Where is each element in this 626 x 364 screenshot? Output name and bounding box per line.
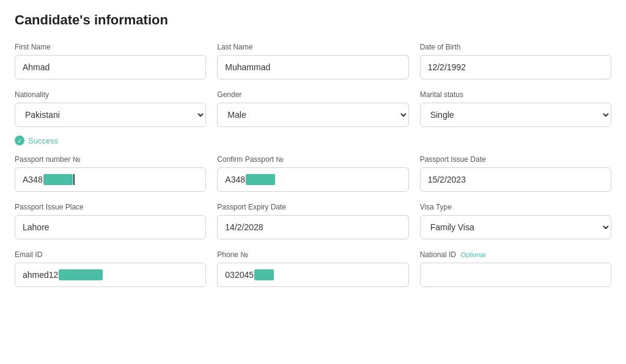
national-id-input[interactable] <box>420 263 611 287</box>
confirm-passport-group: Confirm Passport № A348 <box>217 155 408 192</box>
passport-issue-date-label: Passport Issue Date <box>420 155 611 164</box>
marital-status-group: Marital status Single Married Divorced W… <box>420 90 611 127</box>
confirm-passport-label: Confirm Passport № <box>217 155 408 164</box>
passport-number-label: Passport number № <box>15 155 206 164</box>
gender-label: Gender <box>217 90 408 99</box>
form-row-4: Passport Issue Place Passport Expiry Dat… <box>15 203 611 239</box>
passport-expiry-date-group: Passport Expiry Date <box>217 203 408 239</box>
confirm-passport-input[interactable]: A348 <box>217 167 408 192</box>
form-row-2: Nationality Pakistani Indian British Ame… <box>15 90 611 127</box>
last-name-input[interactable] <box>217 55 408 79</box>
email-label: Email ID <box>15 250 206 259</box>
phone-input[interactable]: 032045 <box>217 263 408 287</box>
passport-number-prefix: A348 <box>23 175 43 184</box>
visa-type-label: Visa Type <box>420 203 611 211</box>
passport-expiry-date-label: Passport Expiry Date <box>217 203 408 211</box>
passport-number-redacted <box>43 174 73 185</box>
marital-status-select[interactable]: Single Married Divorced Widowed <box>420 103 611 127</box>
marital-status-label: Marital status <box>420 90 611 99</box>
phone-prefix: 032045 <box>225 270 254 280</box>
success-icon: ✓ <box>15 136 24 145</box>
passport-number-input[interactable]: A348 <box>15 167 206 192</box>
email-redacted <box>59 269 103 280</box>
confirm-passport-prefix: A348 <box>225 175 245 184</box>
passport-number-group: Passport number № A348 <box>15 155 206 192</box>
national-id-label: National ID Optional <box>420 250 611 259</box>
dob-label: Date of Birth <box>420 43 611 51</box>
visa-type-group: Visa Type Family Visa Work Visa Student … <box>420 203 611 239</box>
passport-issue-place-group: Passport Issue Place <box>15 203 206 239</box>
passport-issue-date-group: Passport Issue Date <box>420 155 611 192</box>
passport-number-cursor <box>73 174 75 185</box>
first-name-group: First Name <box>15 43 206 79</box>
nationality-label: Nationality <box>15 90 206 99</box>
visa-type-select[interactable]: Family Visa Work Visa Student Visa Touri… <box>420 215 611 239</box>
first-name-input[interactable] <box>15 55 206 79</box>
email-prefix: ahmed12 <box>23 270 58 280</box>
form-row-3: Passport number № A348 Confirm Passport … <box>15 155 611 192</box>
dob-input[interactable] <box>420 55 611 79</box>
form-row-1: First Name Last Name Date of Birth <box>15 43 611 79</box>
nationality-group: Nationality Pakistani Indian British Ame… <box>15 90 206 127</box>
phone-group: Phone № 032045 <box>217 250 408 287</box>
national-id-group: National ID Optional <box>420 250 611 287</box>
success-text: Success <box>28 136 58 145</box>
form-row-5: Email ID ahmed12 Phone № 032045 National… <box>15 250 611 287</box>
passport-expiry-date-input[interactable] <box>217 215 408 239</box>
passport-issue-place-label: Passport Issue Place <box>15 203 206 211</box>
passport-issue-place-input[interactable] <box>15 215 206 239</box>
last-name-group: Last Name <box>217 43 408 79</box>
candidate-form: First Name Last Name Date of Birth Natio… <box>15 43 611 287</box>
optional-label: Optional <box>460 251 485 258</box>
dob-group: Date of Birth <box>420 43 611 79</box>
last-name-label: Last Name <box>217 43 408 51</box>
passport-issue-date-input[interactable] <box>420 167 611 192</box>
phone-label: Phone № <box>217 250 408 259</box>
gender-select[interactable]: Male Female Other <box>217 103 408 127</box>
confirm-passport-redacted <box>246 174 275 185</box>
email-input[interactable]: ahmed12 <box>15 263 206 287</box>
email-group: Email ID ahmed12 <box>15 250 206 287</box>
gender-group: Gender Male Female Other <box>217 90 408 127</box>
first-name-label: First Name <box>15 43 206 51</box>
phone-redacted <box>254 269 274 280</box>
page-title: Candidate's information <box>15 12 611 28</box>
success-message: ✓ Success <box>15 136 611 145</box>
nationality-select[interactable]: Pakistani Indian British American Other <box>15 103 206 127</box>
